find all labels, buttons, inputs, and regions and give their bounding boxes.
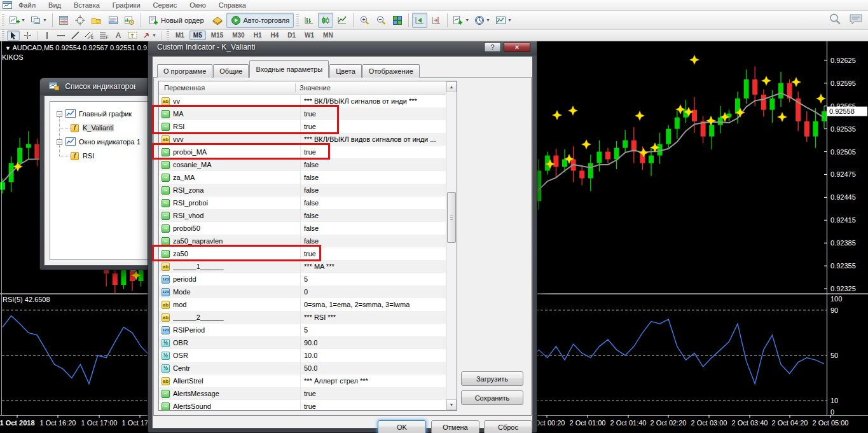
chat-icon[interactable] — [849, 13, 863, 28]
load-button[interactable]: Загрузить — [461, 371, 523, 386]
terminal-icon[interactable] — [106, 13, 121, 28]
profiles-icon[interactable]: ▼ — [29, 13, 49, 28]
timeframe-H1[interactable]: H1 — [250, 31, 266, 40]
timeframe-H4[interactable]: H4 — [266, 31, 282, 40]
menu-item-Файл[interactable]: Файл — [12, 1, 42, 10]
tree-leaf-label[interactable]: RSI — [83, 152, 94, 160]
param-value[interactable]: 0=sma, 1=ema, 2=smma, 3=lwma — [300, 301, 410, 308]
param-row-za_MA[interactable]: ~za_MAfalse — [159, 171, 446, 184]
bar-chart-icon[interactable] — [301, 13, 317, 28]
scroll-up-icon[interactable]: ▲ — [446, 81, 457, 92]
param-row-Centr[interactable]: ½Centr50.0 — [159, 362, 446, 375]
auto-scroll-icon[interactable] — [412, 13, 427, 28]
save-button[interactable]: Сохранить — [461, 390, 523, 405]
close-icon[interactable]: × — [504, 42, 530, 52]
search-icon[interactable] — [829, 13, 841, 28]
menu-item-Справка[interactable]: Справка — [212, 1, 252, 10]
tab-О программе[interactable]: О программе — [157, 64, 212, 78]
param-value[interactable]: false — [300, 237, 319, 245]
param-value[interactable]: *** RSI *** — [300, 313, 336, 321]
param-value[interactable]: 5 — [300, 326, 308, 334]
scroll-thumb[interactable] — [447, 192, 456, 243]
param-value[interactable]: 5 — [300, 275, 308, 283]
toolbar-grip[interactable] — [167, 29, 169, 42]
param-row-MA[interactable]: ~MAtrue — [159, 107, 446, 120]
param-row-AlertsSound[interactable]: ~AlertsSoundtrue — [159, 400, 446, 411]
param-row-cosanie_MA[interactable]: ~cosanie_MAfalse — [159, 158, 446, 171]
param-row-vvv[interactable]: abvvv*** ВКЛ/ВЫКЛ видов сигналов от инди… — [159, 133, 446, 146]
param-value[interactable]: 90.0 — [300, 339, 317, 347]
text-icon[interactable]: A — [112, 31, 125, 41]
arrows-icon[interactable]: ▼ — [141, 31, 158, 41]
param-value[interactable]: 10.0 — [300, 352, 317, 359]
periods-icon[interactable]: ▼ — [472, 13, 492, 28]
navigator-icon[interactable] — [89, 13, 104, 28]
param-value[interactable]: false — [300, 186, 319, 194]
zoom-out-icon[interactable] — [373, 13, 389, 28]
param-value[interactable]: *** MA *** — [300, 263, 334, 270]
toolbar-grip[interactable] — [2, 14, 4, 27]
param-row-AllertStrel[interactable]: abAllertStrel*** Аллерт стрел *** — [159, 375, 446, 387]
param-row-RSI[interactable]: ~RSItrue — [159, 120, 446, 133]
tab-Цвета[interactable]: Цвета — [329, 64, 362, 78]
tab-Общие[interactable]: Общие — [213, 64, 249, 78]
tree-node-label[interactable]: Главный график — [79, 110, 132, 118]
symbol-dropdown-icon[interactable]: ▼ — [5, 45, 12, 52]
param-row-za50_napravlen[interactable]: ~za50_napravlenfalse — [159, 235, 446, 247]
param-row-periodd[interactable]: 123periodd5 — [159, 273, 446, 285]
param-value[interactable]: *** Аллерт стрел *** — [300, 377, 368, 385]
timeframe-M5[interactable]: M5 — [189, 31, 206, 40]
param-row-Mode[interactable]: 123Mode0 — [159, 285, 446, 298]
timeframe-W1[interactable]: W1 — [301, 31, 318, 40]
timeframe-MN[interactable]: MN — [319, 31, 337, 40]
chart-shift-icon[interactable] — [429, 13, 444, 28]
trendline-icon[interactable] — [69, 31, 81, 41]
toolbar-grip[interactable] — [296, 14, 299, 27]
param-row-vv[interactable]: abvv*** ВКЛ/ВЫКЛ сигналов от инди *** — [159, 95, 446, 107]
param-row-OSR[interactable]: ½OSR10.0 — [159, 349, 446, 362]
tab-Отображение[interactable]: Отображение — [362, 64, 420, 78]
menu-item-Вставка[interactable]: Вставка — [67, 1, 106, 10]
metaeditor-icon[interactable] — [210, 13, 225, 28]
column-header-variable[interactable]: Переменная — [159, 83, 296, 92]
param-value[interactable]: true — [300, 250, 316, 258]
menu-item-Графики[interactable]: Графики — [106, 1, 147, 10]
candlestick-chart-icon[interactable] — [318, 13, 333, 28]
param-row-proboi50[interactable]: ~proboi50false — [159, 222, 446, 235]
tree-leaf-label[interactable]: K_Valianti — [83, 124, 114, 132]
strategy-tester-icon[interactable] — [122, 13, 137, 28]
tab-Входные параметры[interactable]: Входные параметры — [249, 60, 329, 78]
scroll-down-icon[interactable]: ▼ — [446, 399, 457, 410]
collapse-icon[interactable]: − — [57, 111, 62, 117]
zoom-in-icon[interactable] — [357, 13, 372, 28]
new-chart-icon[interactable]: ▼ — [7, 13, 27, 28]
equidistant-channel-icon[interactable]: E — [83, 31, 96, 41]
vertical-line-icon[interactable] — [41, 31, 53, 41]
param-value[interactable]: true — [300, 123, 316, 130]
auto-trading-button[interactable]: Авто-торговля — [226, 13, 294, 28]
param-value[interactable]: *** ВКЛ/ВЫКЛ сигналов от инди *** — [300, 97, 417, 105]
tree-node-label[interactable]: Окно индикатора 1 — [79, 138, 141, 146]
timeframe-M1[interactable]: M1 — [172, 31, 188, 40]
ok-button[interactable]: OK — [378, 420, 426, 433]
market-watch-icon[interactable] — [56, 13, 71, 28]
param-row-OBR[interactable]: ½OBR90.0 — [159, 336, 446, 349]
param-row-______1______[interactable]: ab______1______*** MA *** — [159, 260, 446, 273]
param-value[interactable]: 50.0 — [300, 364, 317, 372]
toolbar-grip[interactable] — [2, 29, 4, 42]
text-label-icon[interactable]: T — [126, 31, 139, 41]
menu-item-Вид[interactable]: Вид — [42, 1, 67, 10]
param-value[interactable]: true — [300, 148, 316, 156]
param-value[interactable]: true — [300, 390, 316, 397]
param-value[interactable]: false — [300, 199, 319, 207]
line-chart-icon[interactable] — [334, 13, 350, 28]
reset-button[interactable]: Сброс — [484, 420, 532, 433]
help-button[interactable]: ? — [484, 42, 501, 52]
crosshair-icon[interactable] — [21, 31, 34, 41]
param-value[interactable]: *** ВКЛ/ВЫКЛ видов сигналов от инди ... — [300, 135, 436, 143]
timeframe-D1[interactable]: D1 — [284, 31, 300, 40]
param-value[interactable]: false — [300, 161, 319, 168]
param-row-______2______[interactable]: ab______2______*** RSI *** — [159, 311, 446, 324]
param-value[interactable]: false — [300, 224, 319, 232]
param-row-RSI_zona[interactable]: ~RSI_zonafalse — [159, 184, 446, 196]
